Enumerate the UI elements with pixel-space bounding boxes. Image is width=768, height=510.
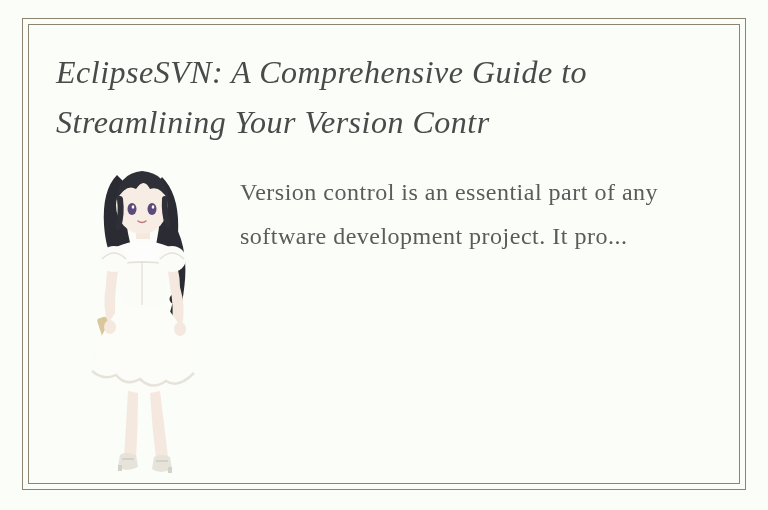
svg-point-6 <box>128 203 137 215</box>
svg-point-9 <box>152 205 155 209</box>
svg-rect-15 <box>118 465 122 471</box>
svg-rect-16 <box>168 467 172 473</box>
svg-point-13 <box>104 320 116 334</box>
svg-point-7 <box>148 203 157 215</box>
svg-point-14 <box>174 322 186 336</box>
character-illustration <box>62 155 222 485</box>
svg-point-8 <box>132 205 135 209</box>
article-title: EclipseSVN: A Comprehensive Guide to Str… <box>56 48 716 147</box>
article-excerpt: Version control is an essential part of … <box>240 170 730 259</box>
